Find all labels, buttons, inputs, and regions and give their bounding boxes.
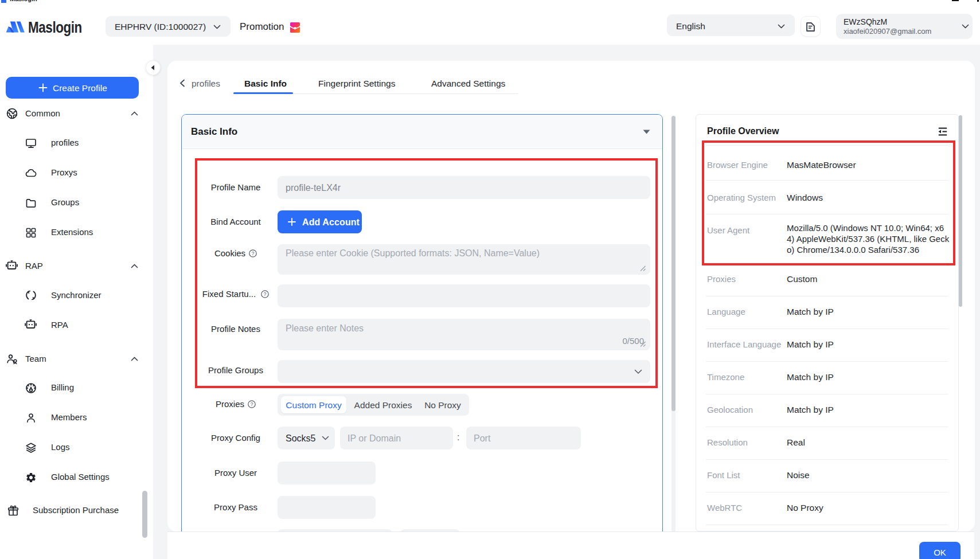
svg-text:?: ?	[251, 401, 253, 407]
